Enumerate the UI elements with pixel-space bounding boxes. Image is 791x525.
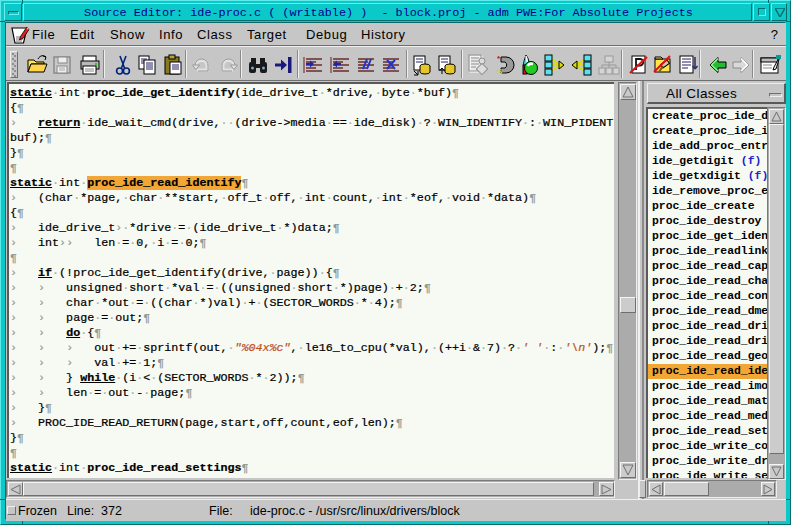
svg-text:S: S <box>497 67 503 76</box>
svg-text:*: * <box>497 54 501 63</box>
